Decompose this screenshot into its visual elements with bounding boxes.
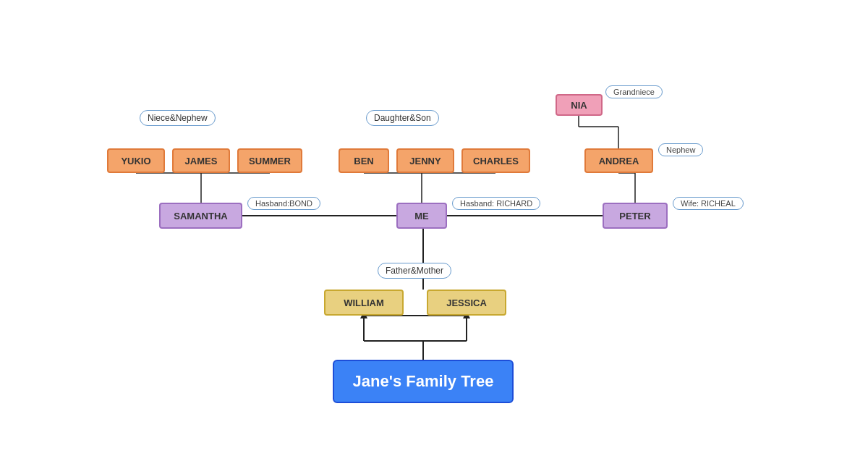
- grandniece-label: Grandniece: [605, 85, 663, 98]
- william-node[interactable]: WILLIAM: [324, 290, 404, 316]
- nia-node[interactable]: NIA: [556, 94, 603, 116]
- summer-node[interactable]: SUMMER: [237, 148, 302, 173]
- james-node[interactable]: JAMES: [172, 148, 230, 173]
- daughter-son-label: Daughter&Son: [366, 110, 439, 126]
- yukio-node[interactable]: YUKIO: [107, 148, 165, 173]
- husband-bond-label: Hasband:BOND: [247, 197, 320, 210]
- jenny-node[interactable]: JENNY: [396, 148, 454, 173]
- samantha-node[interactable]: SAMANTHA: [159, 203, 242, 229]
- me-node[interactable]: ME: [396, 203, 447, 229]
- jessica-node[interactable]: JESSICA: [427, 290, 506, 316]
- charles-node[interactable]: CHARLES: [461, 148, 530, 173]
- peter-node[interactable]: PETER: [603, 203, 668, 229]
- andrea-node[interactable]: ANDREA: [584, 148, 653, 173]
- nephew-label: Nephew: [658, 143, 703, 156]
- jane-family-tree-node[interactable]: Jane's Family Tree: [333, 360, 514, 403]
- niece-nephew-label: Niece&Nephew: [140, 110, 216, 126]
- ben-node[interactable]: BEN: [339, 148, 389, 173]
- family-tree-canvas: Jane's Family Tree WILLIAM JESSICA ME SA…: [0, 0, 868, 456]
- father-mother-label: Father&Mother: [378, 263, 451, 279]
- husband-richard-label: Hasband: RICHARD: [452, 197, 540, 210]
- wife-richeal-label: Wife: RICHEAL: [673, 197, 744, 210]
